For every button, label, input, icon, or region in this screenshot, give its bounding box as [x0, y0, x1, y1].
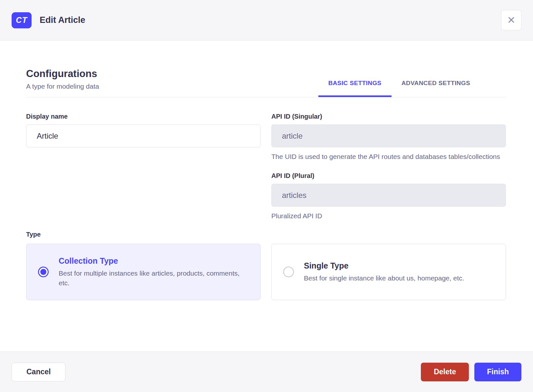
form-right-column: API ID (Singular) The UID is used to gen…: [271, 113, 506, 221]
api-id-plural-hint: Pluralized API ID: [271, 211, 506, 221]
section-title: Configurations: [26, 68, 99, 80]
collection-type-description: Best for multiple instances like article…: [59, 269, 249, 288]
modal-title: Edit Article: [40, 15, 85, 25]
single-type-description: Best for single instance like about us, …: [304, 273, 464, 283]
close-icon: ✕: [507, 15, 516, 25]
type-section: Type Collection Type Best for multiple i…: [26, 231, 506, 300]
single-type-option[interactable]: Single Type Best for single instance lik…: [271, 244, 506, 300]
finish-button[interactable]: Finish: [474, 363, 521, 381]
edit-article-modal: CT Edit Article ✕ Configurations A type …: [0, 0, 533, 392]
close-button[interactable]: ✕: [501, 10, 521, 30]
section-subtitle: A type for modeling data: [26, 83, 99, 90]
display-name-label: Display name: [26, 113, 261, 120]
api-id-singular-field: API ID (Singular) The UID is used to gen…: [271, 113, 506, 162]
type-label: Type: [26, 231, 506, 238]
content-type-badge: CT: [12, 12, 32, 28]
collection-type-title: Collection Type: [59, 256, 249, 266]
api-id-plural-label: API ID (Plural): [271, 172, 506, 180]
api-id-singular-hint: The UID is used to generate the API rout…: [271, 152, 506, 162]
collection-type-option[interactable]: Collection Type Best for multiple instan…: [26, 244, 261, 300]
modal-body: Configurations A type for modeling data …: [0, 41, 533, 351]
cancel-button[interactable]: Cancel: [12, 363, 65, 381]
collection-type-text: Collection Type Best for multiple instan…: [59, 256, 249, 288]
configuration-form: Display name API ID (Singular) The UID i…: [26, 113, 506, 221]
api-id-singular-label: API ID (Singular): [271, 113, 506, 120]
footer-actions: Delete Finish: [421, 363, 521, 381]
api-id-plural-input: [271, 184, 506, 207]
type-options: Collection Type Best for multiple instan…: [26, 244, 506, 300]
delete-button[interactable]: Delete: [421, 363, 469, 381]
display-name-input[interactable]: [26, 124, 261, 147]
tab-advanced-settings[interactable]: ADVANCED SETTINGS: [392, 80, 480, 97]
api-id-plural-field: API ID (Plural) Pluralized API ID: [271, 172, 506, 221]
api-id-singular-input: [271, 124, 506, 147]
settings-tabs: BASIC SETTINGS ADVANCED SETTINGS: [318, 80, 480, 97]
modal-header: CT Edit Article ✕: [0, 0, 533, 41]
form-left-column: Display name: [26, 113, 261, 221]
single-type-radio[interactable]: [283, 267, 294, 277]
collection-type-radio[interactable]: [38, 267, 49, 277]
single-type-text: Single Type Best for single instance lik…: [304, 261, 464, 283]
single-type-title: Single Type: [304, 261, 464, 270]
section-header: Configurations A type for modeling data …: [26, 68, 506, 97]
section-header-text: Configurations A type for modeling data: [26, 68, 99, 97]
tab-basic-settings[interactable]: BASIC SETTINGS: [318, 80, 392, 97]
modal-footer: Cancel Delete Finish: [0, 351, 533, 392]
display-name-field: Display name: [26, 113, 261, 147]
